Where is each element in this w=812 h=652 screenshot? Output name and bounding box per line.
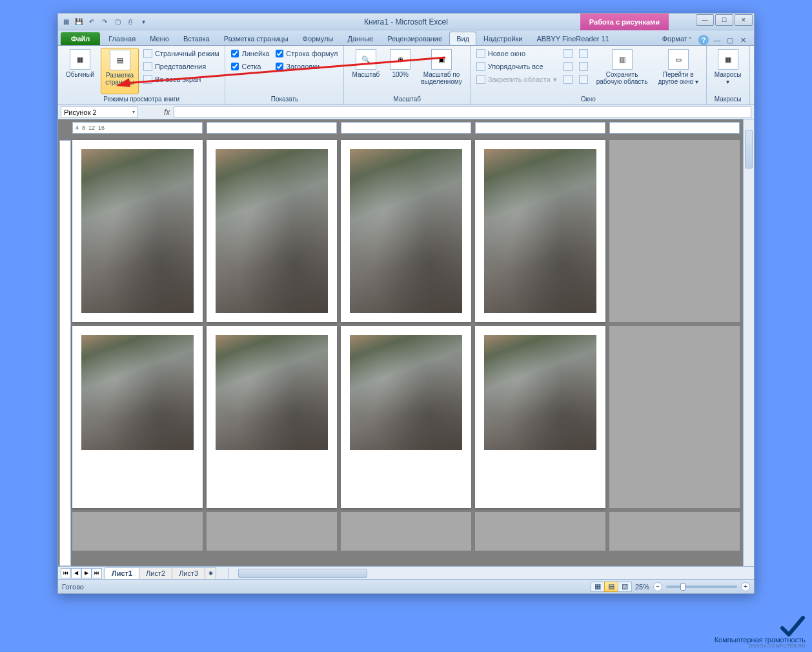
page-break-icon [143,49,152,58]
tab-insert[interactable]: Вставка [176,32,217,45]
normal-view-icon: ▦ [70,49,90,70]
name-box[interactable]: Рисунок 2 ▾ [61,107,138,118]
tab-formulas[interactable]: Формулы [296,32,341,45]
picture-fragment[interactable] [484,335,596,450]
full-screen-button[interactable]: Во весь экран [141,74,221,85]
last-sheet-button[interactable]: ⏭ [92,568,102,578]
next-sheet-button[interactable]: ▶ [81,568,92,578]
scroll-thumb[interactable] [745,130,753,168]
freeze-panes-button[interactable]: Закрепить области ▾ [474,74,559,85]
sheet-tab-3[interactable]: Лист3 [172,567,205,579]
minimize-button[interactable]: — [696,14,714,26]
normal-shortcut[interactable]: ▦ [591,582,605,592]
page-2-4[interactable] [475,326,605,508]
page-2-2[interactable] [207,326,337,508]
custom-views-button[interactable]: Представления [141,61,221,72]
window-restore-icon[interactable]: ▢ [726,36,735,45]
vertical-scrollbar[interactable] [743,119,754,566]
qat-dropdown-icon[interactable]: ▾ [138,17,148,27]
formula-bar-checkbox[interactable]: Строка формул [274,48,340,59]
gridlines-checkbox[interactable]: Сетка [229,61,271,72]
new-icon[interactable]: ▢ [112,17,123,27]
page-layout-shortcut[interactable]: ▤ [604,582,618,592]
zoom-button[interactable]: 🔍Масштаб [348,48,383,94]
page-3-2[interactable] [207,512,337,551]
sheet-tab-1[interactable]: Лист1 [105,567,139,579]
tab-data[interactable]: Данные [340,32,380,45]
redo-icon[interactable]: ↷ [99,17,110,27]
tab-home[interactable]: Главная [101,32,143,45]
tab-menu[interactable]: Меню [143,32,176,45]
zoom-out-button[interactable]: − [653,582,662,591]
ribbon-help-area: ˄ ? — ▢ ✕ [685,35,747,45]
file-tab[interactable]: Файл [61,32,100,45]
page-2-1[interactable] [72,326,203,508]
switch-windows-button[interactable]: ▭Перейти в другое окно ▾ [654,48,702,94]
worksheet-area[interactable]: 4 8 12 16 [58,119,754,566]
normal-view-button[interactable]: ▦ Обычный [62,48,98,94]
tab-finereader[interactable]: ABBYY FineReader 11 [529,32,616,45]
help-icon[interactable]: ? [698,35,709,45]
page-1-5[interactable] [609,140,740,322]
window-min-icon[interactable]: — [713,36,722,45]
fx-label[interactable]: fx [164,108,170,117]
page-2-3[interactable] [341,326,471,508]
horizontal-scrollbar[interactable] [228,568,754,578]
picture-fragment[interactable] [216,149,328,313]
page-layout-view-button[interactable]: ▤ Разметка страницы [101,48,139,94]
sync-scroll-button[interactable] [577,61,590,72]
zoom-slider[interactable] [666,586,737,588]
page-3-3[interactable] [341,512,471,551]
page-break-preview-button[interactable]: Страничный режим [141,48,221,59]
headings-checkbox[interactable]: Заголовки [274,61,340,72]
picture-fragment[interactable] [81,335,194,450]
namebox-dropdown-icon[interactable]: ▾ [132,109,135,115]
tab-review[interactable]: Рецензирование [380,32,449,45]
zoom-in-button[interactable]: + [741,582,750,591]
page-2-5[interactable] [609,326,740,508]
maximize-button[interactable]: ☐ [715,14,733,26]
save-icon[interactable]: 💾 [74,17,84,27]
first-sheet-button[interactable]: ⏮ [61,568,71,578]
reset-position-button[interactable] [577,74,590,85]
page-3-5[interactable] [609,512,740,551]
print-icon[interactable]: ⎙ [125,17,136,27]
new-sheet-button[interactable]: ✷ [205,567,216,579]
page-1-4[interactable] [475,140,605,322]
page-1-2[interactable] [207,140,337,322]
arrange-all-button[interactable]: Упорядочить все [474,61,559,72]
page-3-4[interactable] [475,512,605,551]
undo-icon[interactable]: ↶ [86,17,97,27]
picture-fragment[interactable] [484,149,596,313]
sheet-tab-2[interactable]: Лист2 [139,567,172,579]
page-break-shortcut[interactable]: ▧ [618,582,632,592]
save-workspace-button[interactable]: ▥Сохранить рабочую область [593,48,652,94]
page-1-1[interactable] [72,140,203,322]
scroll-thumb[interactable] [238,569,367,578]
tab-addins[interactable]: Надстройки [476,32,529,45]
ruler-checkbox[interactable]: Линейка [229,48,271,59]
picture-fragment[interactable] [350,335,462,450]
unhide-button[interactable] [562,74,574,85]
new-window-button[interactable]: Новое окно [474,48,559,59]
split-button[interactable] [562,48,574,59]
zoom-to-selection-button[interactable]: ▣Масштаб по выделенному [417,48,466,94]
tab-view[interactable]: Вид [449,32,476,45]
page-1-3[interactable] [341,140,471,322]
minimize-ribbon-icon[interactable]: ˄ [685,36,695,45]
zoom-knob[interactable] [680,583,685,591]
tab-page-layout[interactable]: Разметка страницы [217,32,296,45]
macros-button[interactable]: ▦Макросы▾ [711,48,746,94]
formula-input[interactable] [174,107,751,118]
close-button[interactable]: ✕ [735,14,753,26]
picture-fragment[interactable] [81,149,194,313]
window-close-icon[interactable]: ✕ [738,36,747,45]
picture-fragment[interactable] [216,335,328,450]
zoom-100-button[interactable]: ⊕100% [386,48,414,94]
side-by-side-button[interactable] [577,48,590,59]
page-3-1[interactable] [72,512,203,551]
zoom-level[interactable]: 25% [635,583,649,591]
prev-sheet-button[interactable]: ◀ [71,568,81,578]
hide-button[interactable] [562,61,574,72]
picture-fragment[interactable] [350,149,462,313]
